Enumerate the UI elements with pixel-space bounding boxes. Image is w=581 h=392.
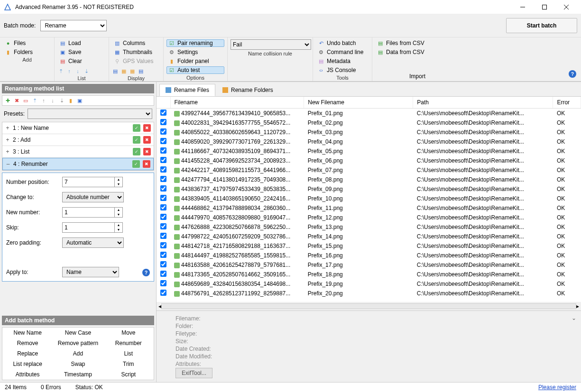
table-row[interactable]: 448756791_426285123711992_8259887...Pref… <box>157 289 581 298</box>
batch-method-renumber[interactable]: Renumber <box>103 338 154 348</box>
spin-down-icon[interactable]: ▼ <box>115 182 122 187</box>
batch-method-replace[interactable]: Replace <box>2 348 53 359</box>
table-row[interactable]: 441455228_404739692523734_2008923...Pref… <box>157 156 581 165</box>
method-save-icon[interactable]: ▣ <box>76 97 83 104</box>
import-files-csv[interactable]: ▤Files from CSV <box>375 39 578 47</box>
delete-icon[interactable]: ✖ <box>143 124 151 132</box>
row-checkbox[interactable] <box>160 195 166 201</box>
panel-help-button[interactable]: ? <box>142 269 150 276</box>
row-checkbox[interactable] <box>160 109 166 116</box>
row-checkbox[interactable] <box>160 185 166 191</box>
batch-method-attributes[interactable]: Attributes <box>2 369 53 380</box>
tab-rename-folders[interactable]: Rename Folders <box>216 84 279 96</box>
batch-method-remove-pattern[interactable]: Remove pattern <box>53 338 103 348</box>
method-row-new-name[interactable]: +1 : New Name✓✖ <box>2 122 154 134</box>
options-auto-test[interactable]: ☑Auto test <box>166 66 224 74</box>
row-checkbox[interactable] <box>160 261 166 267</box>
row-checkbox[interactable] <box>160 138 166 144</box>
spin-up-icon[interactable]: ▲ <box>115 208 122 212</box>
row-checkbox[interactable] <box>160 242 166 248</box>
method-remove-icon[interactable]: ✖ <box>13 97 20 104</box>
number-position-input[interactable] <box>62 177 114 187</box>
row-checkbox[interactable] <box>160 157 166 163</box>
col-filename[interactable]: Filename <box>170 97 304 109</box>
table-row[interactable]: 448163588_420616254278879_5797681...Pref… <box>157 260 581 270</box>
col-error[interactable]: Error <box>553 97 581 109</box>
table-row[interactable]: 444468862_413794788898034_2860360...Pref… <box>157 203 581 213</box>
import-data-csv[interactable]: ▤Data from CSV <box>375 48 578 56</box>
delete-icon[interactable]: ✖ <box>143 136 151 144</box>
table-row[interactable]: 440859020_399290773071769_2261329...Pref… <box>157 137 581 146</box>
table-row[interactable]: 444479970_408576328809880_9169047...Pref… <box>157 213 581 222</box>
delete-icon[interactable]: ✖ <box>143 148 151 155</box>
apply-to-select[interactable]: Name <box>62 267 119 277</box>
row-checkbox[interactable] <box>160 223 166 229</box>
batch-method-add[interactable]: Add <box>53 348 103 359</box>
batch-mode-select[interactable]: Rename <box>40 20 107 31</box>
tab-rename-files[interactable]: Rename Files <box>159 84 215 96</box>
help-button[interactable]: ? <box>569 70 576 78</box>
method-top-icon[interactable]: ⇡ <box>31 97 38 104</box>
view-3-icon[interactable]: ▦ <box>129 68 136 74</box>
check-icon[interactable]: ✓ <box>133 124 140 132</box>
presets-select[interactable] <box>28 109 152 119</box>
spin-up-icon[interactable]: ▲ <box>115 177 122 182</box>
batch-method-list-replace[interactable]: List replace <box>2 359 53 369</box>
display-gps[interactable]: ⚲GPS Values <box>112 57 160 65</box>
batch-method-new-case[interactable]: New Case <box>53 328 103 338</box>
tools-undo[interactable]: ↶Undo batch <box>316 39 369 47</box>
table-row[interactable]: 448142718_421716580829188_1163637...Pref… <box>157 241 581 251</box>
method-row-renumber[interactable]: –4 : Renumber✓✖ <box>2 158 154 170</box>
row-checkbox[interactable] <box>160 214 166 220</box>
table-row[interactable]: 447626888_422308250766878_5962250...Pref… <box>157 222 581 232</box>
col-new-filename[interactable]: New Filename <box>304 97 413 109</box>
table-row[interactable]: 443839405_411403865190650_2242416...Pref… <box>157 194 581 203</box>
row-checkbox[interactable] <box>160 166 166 173</box>
tools-js[interactable]: ‹›JS Console <box>316 66 369 74</box>
method-up-icon[interactable]: ↑ <box>40 97 47 104</box>
view-1-icon[interactable]: ▤ <box>112 68 119 74</box>
file-table[interactable]: Filename New Filename Path Error 4399274… <box>157 97 581 302</box>
table-row[interactable]: 448659689_432840156380354_1484698...Pref… <box>157 279 581 289</box>
col-path[interactable]: Path <box>413 97 553 109</box>
check-icon[interactable]: ✓ <box>133 148 140 155</box>
method-bottom-icon[interactable]: ⇣ <box>58 97 65 104</box>
please-register-link[interactable]: Please register <box>538 384 576 391</box>
sort-4-icon[interactable]: ⇣ <box>83 68 90 74</box>
table-row[interactable]: 447998722_424051607259209_5032786...Pref… <box>157 232 581 241</box>
spin-up-icon[interactable]: ▲ <box>115 223 122 228</box>
table-row[interactable]: 441186667_407324038935109_8694371...Pref… <box>157 146 581 156</box>
row-checkbox[interactable] <box>160 119 166 125</box>
method-record-icon[interactable]: ▭ <box>22 97 29 104</box>
sort-2-icon[interactable]: ↑ <box>66 68 73 74</box>
add-files[interactable]: ●Files <box>3 39 51 47</box>
expand-chevron-icon[interactable]: ⌄ <box>572 315 576 321</box>
add-folders[interactable]: ▮Folders <box>3 48 51 56</box>
table-row[interactable]: 448144497_419882527685585_1559815...Pref… <box>157 251 581 260</box>
display-columns[interactable]: ▥Columns <box>112 39 160 47</box>
maximize-button[interactable] <box>534 0 555 14</box>
change-to-select[interactable]: Absolute number <box>62 192 124 202</box>
batch-method-move[interactable]: Move <box>103 328 154 338</box>
skip-input[interactable] <box>62 222 114 233</box>
spin-down-icon[interactable]: ▼ <box>115 212 122 217</box>
batch-method-trim[interactable]: Trim <box>103 359 154 369</box>
table-row[interactable]: 442442217_408915982115573_6441966...Pref… <box>157 165 581 175</box>
spin-down-icon[interactable]: ▼ <box>115 228 122 232</box>
scroll-right-icon[interactable]: ▸ <box>576 303 579 310</box>
method-add-icon[interactable]: ✚ <box>4 97 11 104</box>
row-checkbox[interactable] <box>160 128 166 135</box>
display-thumbnails[interactable]: ▦Thumbnails <box>112 48 160 56</box>
row-checkbox[interactable] <box>160 280 166 286</box>
exiftool-button[interactable]: ExifTool... <box>175 368 212 378</box>
row-checkbox[interactable] <box>160 176 166 182</box>
row-checkbox[interactable] <box>160 147 166 154</box>
row-checkbox[interactable] <box>160 252 166 258</box>
list-clear[interactable]: ▤Clear <box>57 57 106 65</box>
tools-metadata[interactable]: ▤Metadata <box>316 57 369 65</box>
row-checkbox[interactable] <box>160 233 166 239</box>
horizontal-scrollbar[interactable]: ◂▸ <box>157 302 581 310</box>
close-button[interactable] <box>555 0 577 14</box>
table-row[interactable]: 439927444_395677613439410_9065853...Pref… <box>157 109 581 119</box>
table-row[interactable]: 442477794_414138014917235_7049308...Pref… <box>157 175 581 184</box>
